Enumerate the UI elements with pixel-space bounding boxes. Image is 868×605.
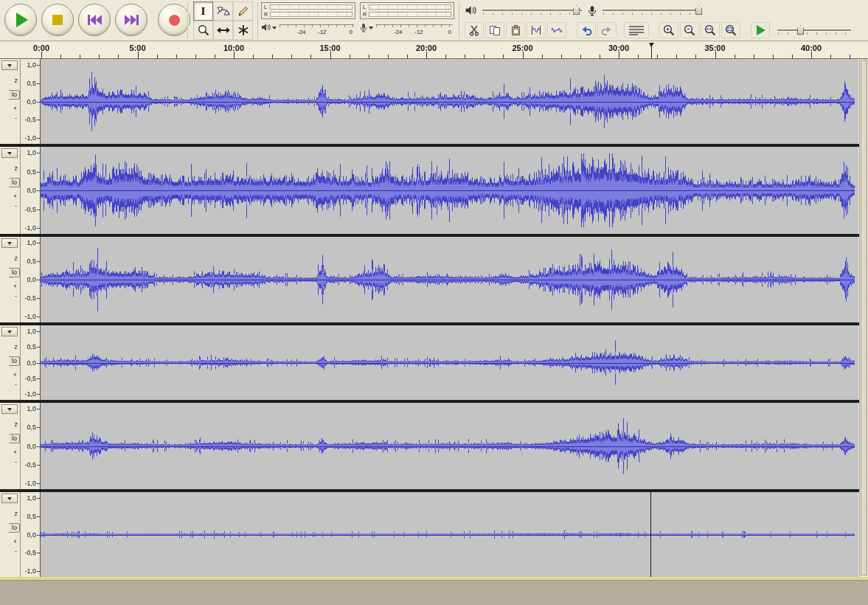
solo-button-fragment[interactable]: lo: [9, 356, 20, 366]
waveform-area[interactable]: [41, 492, 859, 577]
zoom-out-button[interactable]: [680, 22, 699, 38]
solo-button-fragment[interactable]: lo: [9, 178, 20, 187]
ruler-tick: [37, 138, 40, 139]
ruler-tick: [37, 153, 40, 153]
db-label: 0: [350, 29, 353, 35]
undo-button[interactable]: [577, 22, 596, 38]
playback-meter-scale[interactable]: -24 -12 0: [261, 23, 355, 38]
track-menu-button[interactable]: [1, 404, 18, 414]
track-2[interactable]: zlo+-1,00,50,0-0,5-1,0: [0, 147, 859, 234]
track-vertical-ruler[interactable]: 1,00,50,0-0,5-1,0: [21, 237, 41, 322]
envelope-tool-button[interactable]: [213, 1, 233, 21]
redo-icon: [601, 25, 613, 35]
timeline-canvas[interactable]: [0, 41, 868, 59]
track-vertical-ruler[interactable]: 1,00,50,0-0,5-1,0: [21, 403, 41, 489]
record-button[interactable]: [158, 4, 190, 36]
solo-button-fragment[interactable]: lo: [9, 523, 20, 533]
zoom-fit-button[interactable]: [721, 22, 740, 38]
silence-button[interactable]: [547, 22, 566, 38]
vertical-scrollbar[interactable]: [859, 59, 868, 577]
waveform-canvas[interactable]: [41, 147, 858, 234]
zoom-selection-icon: [704, 24, 716, 36]
skip-to-end-button[interactable]: [115, 4, 147, 36]
cut-button[interactable]: [465, 22, 484, 38]
scrollbar-thumb[interactable]: [861, 60, 867, 575]
waveform-canvas[interactable]: [41, 59, 858, 144]
waveform-area[interactable]: [41, 237, 859, 322]
track-control-panel[interactable]: zlo+-: [0, 237, 21, 322]
track-vertical-ruler[interactable]: 1,00,50,0-0,5-1,0: [21, 325, 41, 400]
track-menu-button[interactable]: [1, 327, 18, 336]
track-menu-button[interactable]: [1, 494, 18, 503]
timeline-ruler[interactable]: 0:005:0010:0015:0020:0025:0030:0035:0040…: [0, 41, 868, 59]
redo-button[interactable]: [597, 22, 617, 38]
track-1[interactable]: zlo+-1,00,50,0-0,5-1,0: [0, 59, 859, 144]
waveform-canvas[interactable]: [41, 492, 858, 577]
amplitude-label: 0,5: [27, 80, 36, 87]
chevron-down-icon: [7, 64, 12, 67]
slider-thumb[interactable]: [695, 5, 702, 15]
slider-thumb[interactable]: [573, 5, 580, 15]
stop-button[interactable]: [41, 4, 74, 36]
sync-lock-button[interactable]: [624, 22, 649, 38]
chevron-down-icon[interactable]: [369, 27, 373, 30]
track-control-panel[interactable]: zlo+-: [0, 325, 21, 400]
undo-icon: [580, 25, 592, 35]
playback-meter[interactable]: L R: [261, 2, 355, 19]
track-control-panel[interactable]: zlo+-: [0, 59, 21, 144]
track-vertical-ruler[interactable]: 1,00,50,0-0,5-1,0: [21, 147, 41, 234]
amplitude-label: 0,0: [27, 443, 36, 450]
play-button[interactable]: [4, 4, 37, 36]
track-control-panel[interactable]: zlo+-: [0, 403, 21, 489]
output-volume-slider[interactable]: [482, 4, 582, 17]
trim-button[interactable]: [527, 22, 546, 38]
track-vertical-ruler[interactable]: 1,00,50,0-0,5-1,0: [21, 492, 41, 577]
waveform-canvas[interactable]: [41, 237, 858, 322]
skip-start-icon: [90, 15, 96, 25]
timeshift-tool-button[interactable]: [213, 21, 233, 40]
copy-button[interactable]: [485, 22, 504, 38]
selection-tool-button[interactable]: I: [193, 1, 213, 21]
gain-minus-fragment: -: [15, 458, 17, 466]
track-control-panel[interactable]: zlo+-: [0, 492, 21, 577]
gain-minus-fragment: -: [15, 202, 17, 210]
track-vertical-ruler[interactable]: 1,00,50,0-0,5-1,0: [21, 59, 41, 144]
track-3[interactable]: zlo+-1,00,50,0-0,5-1,0: [0, 237, 859, 322]
draw-tool-button[interactable]: [233, 1, 253, 21]
playback-speed-slider[interactable]: [777, 24, 851, 37]
track-6[interactable]: zlo+-1,00,50,0-0,5-1,0: [0, 492, 859, 577]
zoom-tool-button[interactable]: [193, 21, 213, 40]
amplitude-label: -1,0: [24, 480, 36, 487]
track-menu-button[interactable]: [1, 148, 18, 158]
track-menu-button[interactable]: [1, 238, 18, 248]
chevron-down-icon[interactable]: [272, 27, 277, 30]
ruler-tick: [37, 261, 40, 262]
recording-meter-scale[interactable]: -24 -12 0: [360, 23, 454, 38]
track-menu-button[interactable]: [1, 60, 18, 70]
waveform-area[interactable]: [41, 59, 859, 144]
track-5[interactable]: zlo+-1,00,50,0-0,5-1,0: [0, 403, 859, 489]
skip-to-start-button[interactable]: [78, 4, 111, 36]
waveform-canvas[interactable]: [41, 325, 858, 400]
play-at-speed-button[interactable]: [751, 22, 770, 38]
paste-button[interactable]: [506, 22, 525, 38]
solo-button-fragment[interactable]: lo: [9, 268, 20, 277]
waveform-area[interactable]: [41, 147, 859, 234]
track-4[interactable]: zlo+-1,00,50,0-0,5-1,0: [0, 325, 859, 400]
waveform-area[interactable]: [41, 403, 859, 489]
db-scale: -24 -12 0: [278, 23, 355, 38]
waveform-canvas[interactable]: [41, 403, 858, 489]
amplitude-label: 0,0: [27, 276, 36, 283]
multi-tool-button[interactable]: [233, 21, 253, 40]
waveform-area[interactable]: [41, 325, 859, 400]
track-control-panel[interactable]: zlo+-: [0, 147, 21, 234]
zoom-in-button[interactable]: [659, 22, 678, 38]
recording-meter[interactable]: L R: [360, 2, 454, 19]
input-volume-slider[interactable]: [603, 4, 702, 17]
gain-plus-fragment: +: [13, 283, 17, 290]
toolbar-separator: [459, 2, 460, 39]
zoom-selection-button[interactable]: [701, 22, 720, 38]
solo-button-fragment[interactable]: lo: [9, 90, 20, 100]
slider-thumb[interactable]: [797, 25, 804, 35]
solo-button-fragment[interactable]: lo: [9, 434, 20, 443]
